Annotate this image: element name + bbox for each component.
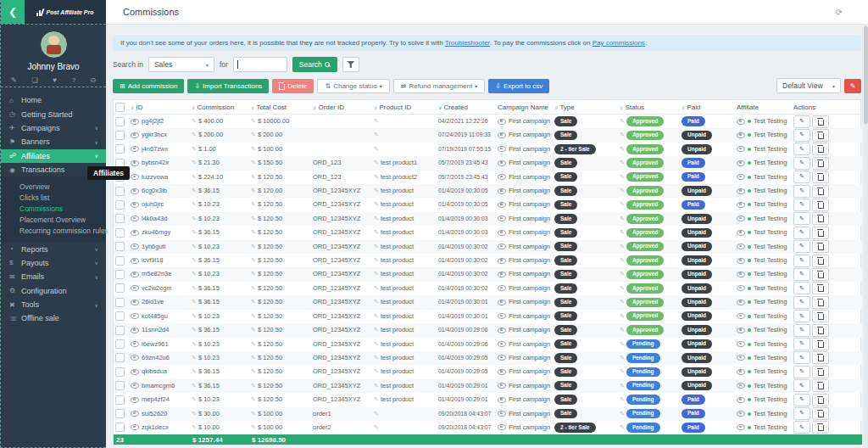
edit-status-icon[interactable]: ✎ — [620, 160, 625, 165]
edit-status-icon[interactable]: ✎ — [620, 383, 625, 389]
edit-status-icon[interactable]: ✎ — [620, 285, 625, 291]
view-campaign-icon[interactable] — [498, 119, 506, 125]
edit-commission-icon[interactable]: ✎ — [192, 299, 197, 305]
edit-status-icon[interactable]: ✎ — [620, 271, 625, 277]
sidebar-subitem-placement-overview[interactable]: Placement Overview — [1, 215, 106, 226]
edit-commission-icon[interactable]: ✎ — [192, 327, 197, 333]
view-details-icon[interactable] — [131, 119, 139, 125]
edit-total-cost-icon[interactable]: ✎ — [251, 146, 256, 152]
view-details-icon[interactable] — [131, 202, 139, 208]
delete-button[interactable]: Delete — [272, 79, 314, 93]
export-csv-button[interactable]: ⇩ Export to csv — [488, 79, 549, 93]
row-edit-button[interactable]: ✎ — [793, 115, 810, 128]
view-details-icon[interactable] — [131, 397, 139, 403]
edit-commission-icon[interactable]: ✎ — [192, 257, 197, 263]
sidebar-item-reports[interactable]: ◔Reports∨ — [1, 242, 106, 255]
sidebar-item-configuration[interactable]: ⚙Configuration — [1, 284, 106, 298]
edit-status-icon[interactable]: ✎ — [620, 146, 625, 152]
edit-status-icon[interactable]: ✎ — [620, 355, 625, 361]
view-details-icon[interactable] — [131, 230, 139, 236]
view-details-icon[interactable] — [131, 188, 139, 194]
sidebar-item-affiliates[interactable]: ☍Affiliates∨ — [1, 149, 106, 163]
row-delete-button[interactable] — [812, 268, 829, 281]
edit-commission-icon[interactable]: ✎ — [192, 188, 197, 193]
row-edit-button[interactable]: ✎ — [793, 282, 810, 294]
row-delete-button[interactable] — [812, 421, 829, 434]
row-delete-button[interactable] — [812, 157, 829, 170]
refund-management-button[interactable]: ⇄ Refund management ▾ — [393, 79, 485, 93]
edit-total-cost-icon[interactable]: ✎ — [251, 244, 256, 249]
row-checkbox[interactable] — [115, 144, 125, 154]
edit-commission-icon[interactable]: ✎ — [192, 411, 197, 417]
edit-commission-icon[interactable]: ✎ — [192, 118, 197, 124]
edit-product-icon[interactable]: ✎ — [374, 383, 379, 389]
view-campaign-icon[interactable] — [498, 230, 506, 236]
view-campaign-icon[interactable] — [498, 328, 506, 333]
row-edit-button[interactable]: ✎ — [793, 255, 810, 267]
row-edit-button[interactable]: ✎ — [793, 324, 810, 337]
row-delete-button[interactable] — [812, 407, 829, 420]
refresh-icon[interactable]: ⟳ — [836, 8, 843, 17]
row-delete-button[interactable] — [812, 379, 829, 392]
edit-commission-icon[interactable]: ✎ — [192, 216, 197, 221]
column-header-commission[interactable]: ∨Commission — [190, 100, 249, 115]
help-icon[interactable]: ? — [72, 76, 75, 84]
change-status-button[interactable]: ⇅ Change status ▾ — [317, 79, 389, 93]
row-edit-button[interactable]: ✎ — [793, 199, 810, 211]
edit-total-cost-icon[interactable]: ✎ — [251, 201, 256, 207]
search-input[interactable] — [233, 57, 287, 72]
row-edit-button[interactable]: ✎ — [793, 185, 810, 198]
view-affiliate-icon[interactable] — [737, 272, 745, 277]
edit-total-cost-icon[interactable]: ✎ — [251, 160, 256, 165]
view-details-icon[interactable] — [131, 160, 139, 166]
view-affiliate-icon[interactable] — [737, 188, 745, 194]
edit-product-icon[interactable]: ✎ — [374, 396, 379, 402]
view-details-icon[interactable] — [131, 355, 139, 361]
row-edit-button[interactable]: ✎ — [793, 296, 810, 309]
row-edit-button[interactable]: ✎ — [793, 351, 810, 364]
column-header-status[interactable]: ∨Status — [618, 100, 680, 115]
edit-commission-icon[interactable]: ✎ — [192, 229, 197, 235]
select-all-checkbox[interactable] — [115, 103, 125, 112]
power-icon[interactable]: ʘ — [91, 76, 96, 84]
view-affiliate-icon[interactable] — [737, 258, 745, 264]
row-checkbox[interactable] — [115, 339, 125, 349]
view-affiliate-icon[interactable] — [737, 132, 745, 138]
column-header-id[interactable]: ∨ID — [129, 100, 190, 115]
edit-commission-icon[interactable]: ✎ — [192, 355, 197, 361]
edit-product-icon[interactable]: ✎ — [374, 285, 379, 291]
edit-commission-icon[interactable]: ✎ — [192, 271, 197, 277]
row-delete-button[interactable] — [812, 338, 829, 350]
row-delete-button[interactable] — [812, 366, 829, 378]
view-details-icon[interactable] — [131, 383, 139, 389]
view-campaign-icon[interactable] — [498, 258, 506, 264]
view-campaign-icon[interactable] — [498, 397, 506, 403]
edit-commission-icon[interactable]: ✎ — [192, 341, 197, 347]
edit-status-icon[interactable]: ✎ — [620, 257, 625, 263]
edit-status-icon[interactable]: ✎ — [620, 368, 625, 374]
view-affiliate-icon[interactable] — [737, 230, 745, 236]
view-affiliate-icon[interactable] — [737, 411, 745, 417]
row-delete-button[interactable] — [812, 255, 829, 267]
row-delete-button[interactable] — [812, 143, 829, 155]
edit-status-icon[interactable]: ✎ — [620, 411, 625, 417]
sidebar-item-emails[interactable]: ✉Emails∨ — [1, 270, 106, 283]
edit-status-icon[interactable]: ✎ — [620, 229, 625, 235]
view-campaign-icon[interactable] — [498, 383, 506, 389]
row-checkbox[interactable] — [115, 326, 125, 335]
sidebar-subitem-commissions[interactable]: Commissions — [1, 204, 106, 215]
row-delete-button[interactable] — [812, 240, 829, 253]
edit-total-cost-icon[interactable]: ✎ — [251, 271, 256, 277]
edit-commission-icon[interactable]: ✎ — [192, 313, 197, 319]
filter-button[interactable] — [342, 57, 359, 72]
pay-commissions-link[interactable]: Pay commissions — [593, 39, 645, 47]
sidebar-subitem-recurring-commission-rules[interactable]: Recurring commission rules — [1, 226, 106, 237]
column-header-order-id[interactable]: ∨Order ID — [311, 100, 372, 115]
row-checkbox[interactable] — [115, 283, 125, 293]
edit-status-icon[interactable]: ✎ — [620, 341, 625, 347]
edit-status-icon[interactable]: ✎ — [620, 216, 625, 221]
view-affiliate-icon[interactable] — [737, 383, 745, 389]
edit-total-cost-icon[interactable]: ✎ — [251, 118, 256, 124]
sidebar-subitem-clicks-list[interactable]: Clicks list — [1, 193, 106, 204]
edit-commission-icon[interactable]: ✎ — [192, 383, 197, 389]
